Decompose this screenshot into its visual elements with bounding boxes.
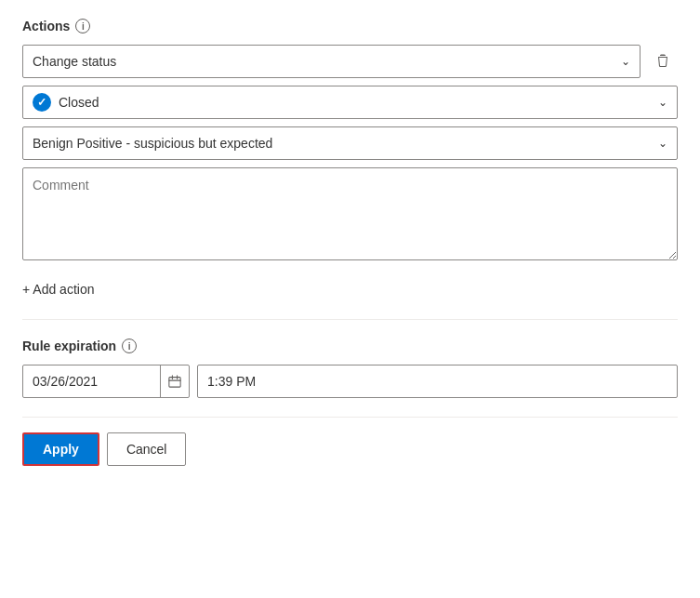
add-action-button[interactable]: + Add action [22,278,94,300]
time-input[interactable] [197,365,678,398]
status-row: Closed ⌄ [22,86,678,119]
date-time-row [22,365,678,398]
actions-title: Actions i [22,19,678,33]
change-status-label: Change status [33,54,116,69]
footer-buttons: Apply Cancel [22,432,678,466]
rule-expiration-info-icon[interactable]: i [122,339,137,353]
svg-rect-0 [169,378,180,388]
date-input[interactable] [23,367,160,395]
change-status-chevron-icon: ⌄ [621,55,630,68]
change-status-row: Change status ⌄ [22,45,678,78]
rule-expiration-section: Rule expiration i [22,339,678,398]
rule-expiration-title: Rule expiration i [22,339,678,353]
actions-section: Actions i Change status ⌄ Closed ⌄ Benig… [22,19,678,300]
classification-row: Benign Positive - suspicious but expecte… [22,126,678,160]
status-dropdown[interactable]: Closed ⌄ [22,86,678,119]
delete-action-button[interactable] [648,47,678,76]
divider-1 [22,319,678,320]
actions-label: Actions [22,19,70,33]
bottom-divider [22,417,678,418]
classification-dropdown[interactable]: Benign Positive - suspicious but expecte… [22,126,678,160]
apply-button[interactable]: Apply [22,432,99,466]
actions-info-icon[interactable]: i [75,19,90,33]
date-input-wrapper [22,365,190,398]
status-check-icon [33,93,51,112]
status-chevron-icon: ⌄ [658,96,667,109]
status-label: Closed [59,95,651,110]
comment-textarea[interactable] [22,167,678,260]
classification-label: Benign Positive - suspicious but expecte… [33,136,272,151]
calendar-icon-button[interactable] [160,365,189,397]
cancel-button[interactable]: Cancel [107,432,187,466]
classification-chevron-icon: ⌄ [658,137,667,150]
add-action-label: + Add action [22,282,94,297]
rule-expiration-label: Rule expiration [22,339,116,353]
change-status-dropdown[interactable]: Change status ⌄ [22,45,641,78]
